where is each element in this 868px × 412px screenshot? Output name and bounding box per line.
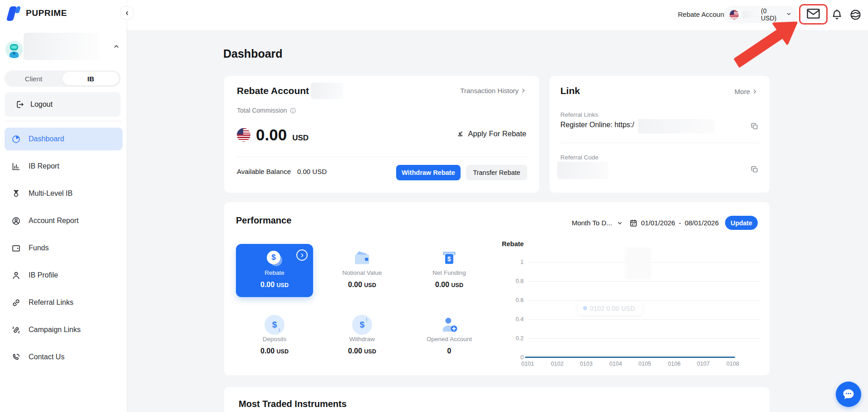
sidebar-item-ib-report[interactable]: IB Report [5,155,123,178]
period-select[interactable]: Month To D... [572,219,623,227]
sidebar-collapse-button[interactable] [120,6,133,20]
withdraw-icon: $↑ [352,315,372,335]
x-axis-tick: 0105 [632,361,657,367]
sidebar-item-dashboard[interactable]: Dashboard [5,128,123,150]
sidebar-item-label: Contact Us [29,353,64,361]
metric-label: Notional Value [324,269,401,276]
sidebar-item-contact-us[interactable]: Contact Us [5,346,123,368]
x-axis-tick: 0102 [544,361,570,367]
opened-account-icon [440,316,459,334]
apply-rebate-label: Apply For Rebate [468,129,526,138]
tile-chevron-icon[interactable] [296,249,308,261]
update-button[interactable]: Update [725,216,758,230]
bar-chart-icon [11,162,21,171]
info-icon[interactable] [289,107,296,114]
rebate-account-card: Rebate Account Transaction History Total… [224,76,539,193]
metric-tile-notional-value[interactable]: Notional Value 0.00 USD [324,244,401,297]
x-axis-tick: 0106 [662,361,687,367]
metric-tile-net-funding[interactable]: $ Net Funding 0.00 USD [411,244,488,297]
sidebar-item-account-report[interactable]: Account Report [5,209,123,232]
net-funding-icon: $ [440,249,458,268]
chevron-up-icon[interactable] [113,43,120,52]
metric-label: Withdraw [324,336,401,343]
metric-tile-deposits[interactable]: $↓ Deposits 0.00 USD [236,310,313,363]
metric-unit: USD [364,282,376,288]
date-range-picker[interactable]: 01/01/2026 - 08/01/2026 [629,219,719,227]
metric-value: 0.00 [348,281,362,288]
apply-rebate-icon [456,129,465,138]
chevron-right-icon [752,89,758,94]
copy-referral-link-button[interactable] [750,122,759,132]
tooltip-label: 0102 [590,305,604,312]
profile-summary[interactable] [0,32,127,61]
y-axis-tick: 1 [478,259,524,265]
card-divider [560,143,759,143]
commission-currency: USD [292,134,309,143]
metric-label: Opened Account [411,336,488,343]
user-circle-icon [11,216,21,226]
sidebar-item-multi-level-ib[interactable]: Multi-Level IB [5,182,123,205]
calendar-icon [629,219,638,227]
logout-label: Logout [30,100,53,109]
sidebar-divider [5,121,122,121]
toggle-client[interactable]: Client [5,75,63,83]
sidebar-item-label: Campaign Links [29,326,81,334]
notional-wallet-icon [353,250,372,267]
y-axis-tick: 0.6 [478,297,524,303]
apply-for-rebate-link[interactable]: Apply For Rebate [456,129,526,138]
brand-logo-icon [7,5,22,22]
notifications-bell-icon[interactable] [831,9,843,23]
referral-code-label: Referral Code [560,154,598,161]
date-separator: - [679,219,681,227]
copy-referral-code-button[interactable] [750,165,759,175]
chart-data-line[interactable] [525,357,735,358]
client-ib-toggle[interactable]: Client IB [5,70,121,87]
live-chat-button[interactable] [836,382,861,407]
commission-value: 0.00 [256,126,287,144]
mail-icon[interactable] [806,8,820,21]
language-globe-icon[interactable] [849,9,862,23]
withdraw-rebate-button[interactable]: Withdraw Rebate [396,165,461,180]
chart-tooltip: 0102 0.00 USD [578,302,642,315]
referral-code-redacted [557,162,608,179]
mail-highlight-box[interactable] [799,4,828,25]
logout-button[interactable]: Logout [5,92,121,117]
sidebar: PUPRIME Client IB Logout [0,0,127,412]
deposits-icon: $↓ [265,315,284,335]
top-header: Rebate Account (0 USD) [127,0,868,31]
profile-name-redacted [24,33,99,60]
transaction-history-link[interactable]: Transaction History [460,87,526,94]
chevron-right-icon [520,88,526,94]
x-axis-tick: 0103 [574,361,599,367]
metric-tile-opened-account[interactable]: Opened Account 0 [411,310,488,363]
chevron-down-icon [617,220,623,226]
y-axis-tick: 0 [478,354,524,361]
available-balance-label: Available Balance [237,168,291,175]
more-link[interactable]: More [735,88,758,95]
chart-gridline [528,319,760,320]
tooltip-series-dot [583,306,587,310]
referral-link-redacted [638,119,714,134]
performance-card: Performance Month To D... 01/01/2026 - 0… [224,202,770,375]
transfer-rebate-button[interactable]: Transfer Rebate [466,165,527,180]
account-selector[interactable]: (0 USD) [724,6,797,23]
rebate-card-title: Rebate Account [237,85,309,96]
metric-tile-withdraw[interactable]: $↑ Withdraw 0.00 USD [324,310,401,363]
metric-tile-rebate[interactable]: $ Rebate 0.00 USD [236,244,313,297]
chart-gridline [528,338,760,339]
sidebar-item-label: Dashboard [29,135,64,143]
chart-gridline [528,300,760,301]
sidebar-item-funds[interactable]: Funds [5,237,123,259]
sidebar-item-referral-links[interactable]: Referral Links [5,291,123,314]
metric-unit: USD [451,282,463,288]
most-traded-card: Most Traded Instruments [224,387,770,412]
x-axis-tick: 0108 [720,361,745,367]
toggle-ib[interactable]: IB [63,72,119,85]
sidebar-item-label: Funds [29,244,49,252]
sidebar-item-label: Multi-Level IB [29,189,73,198]
sidebar-item-label: IB Profile [29,271,58,279]
x-axis-tick: 0101 [515,361,540,367]
sidebar-item-ib-profile[interactable]: IB Profile [5,264,123,287]
sidebar-item-campaign-links[interactable]: Campaign Links [5,318,123,341]
metric-value: 0.00 [260,347,275,355]
